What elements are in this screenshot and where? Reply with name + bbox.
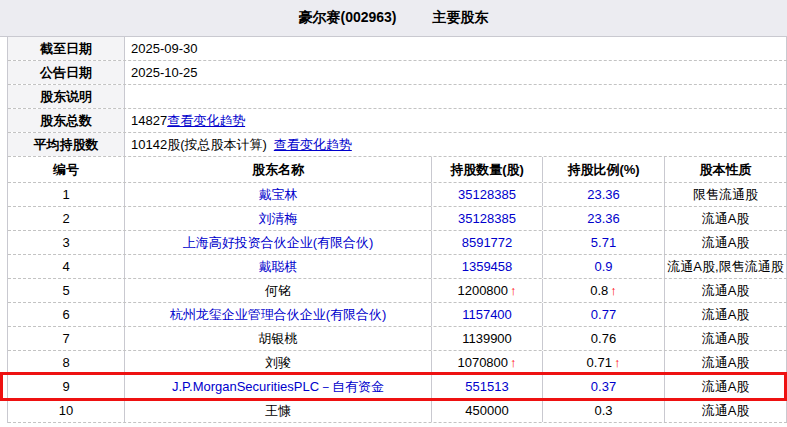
cell-shares-held: 1200800↑: [432, 279, 543, 302]
cell-rank: 2: [8, 207, 125, 230]
info-row-value: 10142股(按总股本计算)查看变化趋势: [125, 133, 787, 156]
cell-shareholder-name: 刘清梅: [125, 207, 432, 230]
cell-rank: 10: [8, 399, 125, 422]
info-row: 截至日期2025-09-30: [8, 37, 787, 61]
column-header-4: 持股比例(%): [543, 157, 665, 182]
view-trend-link[interactable]: 查看变化趋势: [167, 112, 245, 130]
table-row: 4戴聪棋13594580.9流通A股,限售流通股: [8, 255, 787, 279]
shares-value: 35128385: [458, 211, 516, 226]
ratio-value: 0.76: [591, 331, 616, 346]
cell-shareholder-name: 杭州龙玺企业管理合伙企业(有限合伙): [125, 303, 432, 326]
cell-rank: 7: [8, 327, 125, 350]
page-section-title: 主要股东: [433, 9, 489, 27]
cell-shareholder-name: J.P.MorganSecuritiesPLC－自有资金: [125, 375, 432, 398]
column-header-5: 股本性质: [665, 157, 787, 182]
shares-value: 1200800: [457, 283, 508, 298]
info-value-text: 2025-10-25: [131, 65, 198, 80]
info-row-value: 14827查看变化趋势: [125, 109, 787, 132]
cell-share-nature: 流通A股: [665, 327, 787, 350]
column-header-1: 编号: [8, 157, 125, 182]
cell-shares-held: 35128385: [432, 183, 543, 206]
page-title-bar: 豪尔赛(002963) 主要股东: [0, 0, 787, 37]
up-arrow-icon: ↑: [610, 283, 617, 298]
table-header-row: 编号股东名称持股数量(股)持股比例(%)股本性质: [8, 157, 787, 183]
shareholder-name-link[interactable]: 上海高好投资合伙企业(有限合伙): [183, 234, 374, 252]
cell-rank: 6: [8, 303, 125, 326]
table-row: 8刘骏1070800↑0.71↑流通A股: [8, 351, 787, 375]
up-arrow-icon: ↑: [510, 355, 517, 370]
ratio-value: 0.37: [591, 379, 616, 394]
cell-shares-held: 1359458: [432, 255, 543, 278]
shareholder-name: 刘骏: [265, 354, 291, 372]
cell-holding-ratio: 0.76: [543, 327, 665, 350]
shareholder-name-link[interactable]: 杭州龙玺企业管理合伙企业(有限合伙): [170, 306, 387, 324]
cell-shares-held: 1070800↑: [432, 351, 543, 374]
shareholder-name-link[interactable]: J.P.MorganSecuritiesPLC－自有资金: [172, 378, 384, 396]
column-header-2: 股东名称: [125, 157, 432, 182]
cell-rank: 9: [8, 375, 125, 398]
page-content: 截至日期2025-09-30公告日期2025-10-25股东说明股东总数1482…: [7, 37, 787, 423]
ratio-value: 0.71: [587, 355, 612, 370]
table-body: 1戴宝林3512838523.36限售流通股2刘清梅3512838523.36流…: [8, 183, 787, 423]
shares-value: 1157400: [462, 307, 512, 322]
cell-shareholder-name: 胡银桃: [125, 327, 432, 350]
cell-holding-ratio: 0.3: [543, 399, 665, 422]
cell-rank: 5: [8, 279, 125, 302]
table-row: 2刘清梅3512838523.36流通A股: [8, 207, 787, 231]
cell-holding-ratio: 0.9: [543, 255, 665, 278]
cell-shareholder-name: 上海高好投资合伙企业(有限合伙): [125, 231, 432, 254]
info-row: 股东说明: [8, 85, 787, 109]
shareholders-table: 编号股东名称持股数量(股)持股比例(%)股本性质 1戴宝林3512838523.…: [8, 157, 787, 423]
up-arrow-icon: ↑: [510, 283, 517, 298]
cell-shares-held: 551513: [432, 375, 543, 398]
info-row-value: 2025-10-25: [125, 61, 787, 84]
ratio-value: 0.9: [594, 259, 612, 274]
cell-shares-held: 8591772: [432, 231, 543, 254]
cell-share-nature: 流通A股: [665, 207, 787, 230]
table-row: 6杭州龙玺企业管理合伙企业(有限合伙)11574000.77流通A股: [8, 303, 787, 327]
info-row-value: 2025-09-30: [125, 37, 787, 60]
cell-shares-held: 35128385: [432, 207, 543, 230]
cell-share-nature: 流通A股,限售流通股: [665, 255, 787, 278]
cell-holding-ratio: 0.37: [543, 375, 665, 398]
shareholder-name: 王慷: [265, 402, 291, 420]
shares-value: 1359458: [462, 259, 513, 274]
cell-shares-held: 450000: [432, 399, 543, 422]
info-value-text: 14827: [131, 113, 167, 128]
table-row: 3上海高好投资合伙企业(有限合伙)85917725.71流通A股: [8, 231, 787, 255]
cell-share-nature: 流通A股: [665, 375, 787, 398]
info-row-label: 股东说明: [8, 85, 125, 108]
cell-holding-ratio: 23.36: [543, 207, 665, 230]
up-arrow-icon: ↑: [614, 355, 621, 370]
stock-shareholders-page: 豪尔赛(002963) 主要股东 截至日期2025-09-30公告日期2025-…: [0, 0, 787, 427]
ratio-value: 0.8: [590, 283, 608, 298]
cell-rank: 3: [8, 231, 125, 254]
info-row: 股东总数14827查看变化趋势: [8, 109, 787, 133]
cell-holding-ratio: 5.71: [543, 231, 665, 254]
cell-holding-ratio: 0.8↑: [543, 279, 665, 302]
cell-share-nature: 流通A股: [665, 279, 787, 302]
column-header-3: 持股数量(股): [432, 157, 543, 182]
shares-value: 450000: [465, 403, 508, 418]
shareholder-name-link[interactable]: 戴宝林: [259, 186, 298, 204]
shareholder-name: 何铭: [265, 282, 291, 300]
table-row: 5何铭1200800↑0.8↑流通A股: [8, 279, 787, 303]
ratio-value: 0.77: [591, 307, 616, 322]
cell-shares-held: 1139900: [432, 327, 543, 350]
cell-holding-ratio: 0.77: [543, 303, 665, 326]
cell-shares-held: 1157400: [432, 303, 543, 326]
ratio-value: 0.3: [594, 403, 612, 418]
shares-value: 35128385: [458, 187, 516, 202]
shareholder-name-link[interactable]: 戴聪棋: [259, 258, 298, 276]
info-value-text: 10142股(按总股本计算): [131, 136, 267, 154]
table-row: 10王慷4500000.3流通A股: [8, 399, 787, 423]
cell-holding-ratio: 0.71↑: [543, 351, 665, 374]
shares-value: 551513: [465, 379, 508, 394]
cell-share-nature: 流通A股: [665, 351, 787, 374]
cell-shareholder-name: 戴聪棋: [125, 255, 432, 278]
view-trend-link[interactable]: 查看变化趋势: [274, 136, 352, 154]
shareholder-name-link[interactable]: 刘清梅: [259, 210, 298, 228]
info-value-text: 2025-09-30: [131, 41, 198, 56]
cell-share-nature: 流通A股: [665, 399, 787, 422]
stock-name-code: 豪尔赛(002963): [298, 9, 396, 27]
